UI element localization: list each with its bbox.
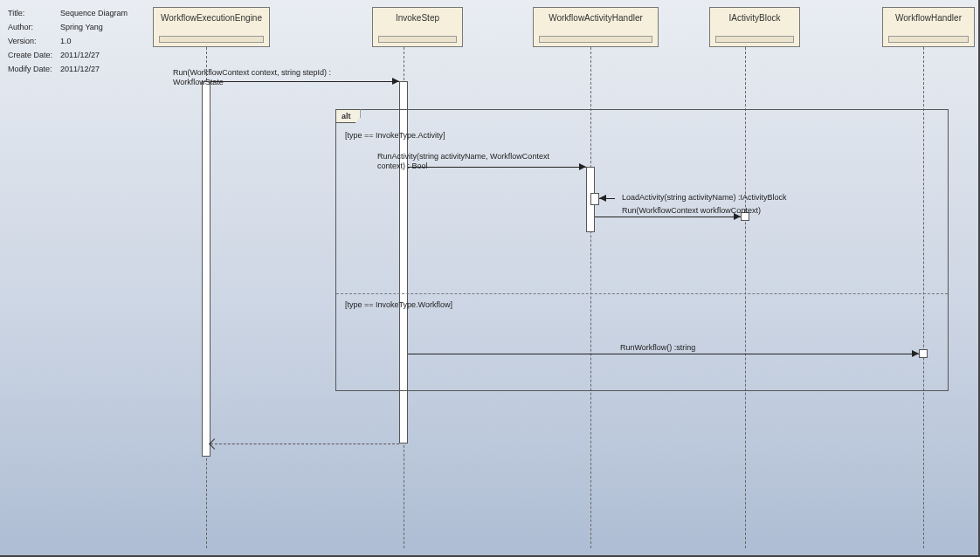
message-label-load-activity: LoadActivity(string activityName) :IActi…: [622, 193, 787, 202]
lifeline-head-iactivity-block[interactable]: IActivityBlock: [709, 7, 800, 47]
return-message[interactable]: [210, 444, 399, 444]
fragment-guard-2: [type == InvokeType.Workflow]: [345, 300, 452, 309]
fragment-operator: alt: [335, 109, 361, 123]
message-label-run-workflow: RunWorkflow() :string: [620, 343, 695, 352]
meta-value-author: Spring Yang: [59, 21, 128, 33]
arrow-icon: [579, 163, 586, 170]
fragment-guard-1: [type == InvokeType.Activity]: [345, 131, 445, 140]
meta-value-version: 1.0: [59, 35, 128, 47]
arrow-icon: [392, 78, 399, 85]
meta-value-title: Sequence Diagram: [59, 7, 128, 19]
arrow-icon: [599, 195, 606, 202]
lifeline-label: WorkflowActivityHandler: [549, 13, 643, 23]
lifeline-label: WorkflowExecutionEngine: [161, 13, 262, 23]
meta-label-version: Version:: [7, 35, 58, 47]
sequence-diagram-canvas: Title: Sequence Diagram Author: Spring Y…: [0, 0, 980, 557]
activation-workflow-execution-engine: [202, 81, 210, 457]
meta-label-author: Author:: [7, 21, 58, 33]
message-label-run-context: Run(WorkflowContext workflowContext): [622, 206, 761, 215]
message-run-workflow[interactable]: [408, 354, 919, 354]
lifeline-head-invoke-step[interactable]: InvokeStep: [372, 7, 463, 47]
lifeline-label: IActivityBlock: [729, 13, 781, 23]
lifeline-head-workflow-activity-handler[interactable]: WorkflowActivityHandler: [533, 7, 659, 47]
activation-workflow-handler: [919, 349, 928, 358]
lifeline-head-workflow-execution-engine[interactable]: WorkflowExecutionEngine: [153, 7, 270, 47]
meta-value-create-date: 2011/12/27: [59, 49, 128, 61]
lifeline-label: WorkflowHandler: [895, 13, 962, 23]
lifeline-label: InvokeStep: [396, 13, 439, 23]
message-run-context[interactable]: [595, 217, 741, 217]
meta-label-create-date: Create Date:: [7, 49, 58, 61]
fragment-divider: [336, 293, 948, 294]
arrow-open-icon: [209, 438, 220, 450]
meta-label-modify-date: Modify Date:: [7, 63, 58, 75]
lifeline-head-workflow-handler[interactable]: WorkflowHandler: [882, 7, 975, 47]
meta-value-modify-date: 2011/12/27: [59, 63, 128, 75]
message-label-run-activity: RunActivity(string activityName, Workflo…: [377, 152, 578, 171]
self-activation-load-activity: [590, 193, 599, 205]
arrow-icon: [912, 350, 919, 357]
message-label-run: Run(WorkflowContext context, string step…: [173, 68, 383, 87]
diagram-metadata: Title: Sequence Diagram Author: Spring Y…: [5, 5, 130, 77]
meta-label-title: Title:: [7, 7, 58, 19]
